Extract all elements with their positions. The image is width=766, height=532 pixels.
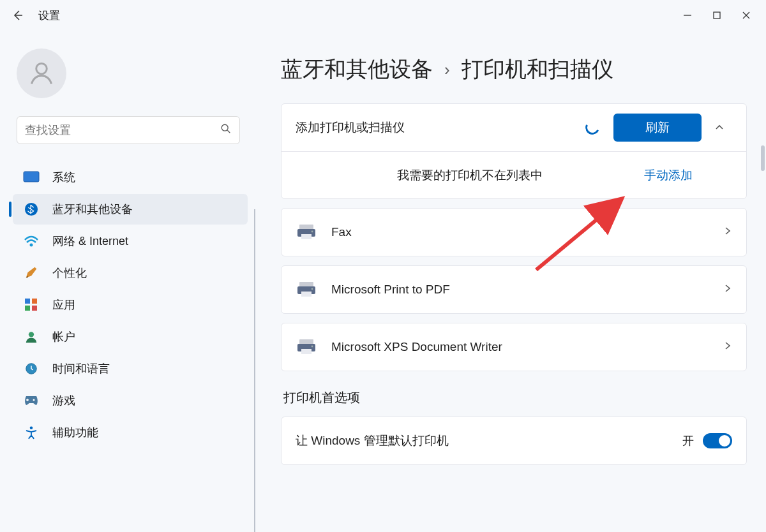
- sidebar-nav: 系统 蓝牙和其他设备 网络 & Internet 个性化 应用 帐户: [13, 162, 248, 448]
- sidebar-item-network[interactable]: 网络 & Internet: [13, 226, 248, 256]
- svg-rect-14: [32, 306, 37, 311]
- sidebar-item-label: 网络 & Internet: [52, 233, 128, 249]
- sidebar-item-time[interactable]: 时间和语言: [13, 353, 248, 384]
- svg-point-15: [29, 332, 34, 337]
- manual-add-link[interactable]: 手动添加: [644, 167, 693, 184]
- svg-point-4: [36, 63, 47, 74]
- add-printer-row[interactable]: 添加打印机或扫描仪 刷新: [282, 104, 746, 151]
- sidebar-item-gaming[interactable]: 游戏: [13, 385, 248, 416]
- svg-point-19: [30, 426, 33, 429]
- app-title: 设置: [38, 8, 60, 23]
- chevron-right-icon: [723, 341, 732, 353]
- chevron-right-icon: [723, 226, 732, 238]
- svg-rect-13: [25, 306, 30, 311]
- maximize-icon: [712, 11, 721, 20]
- device-card-xps-writer[interactable]: Microsoft XPS Document Writer: [281, 323, 747, 371]
- sidebar-item-label: 蓝牙和其他设备: [52, 202, 133, 217]
- device-name: Microsoft Print to PDF: [331, 283, 723, 297]
- printer-icon: [296, 281, 317, 299]
- device-card-fax[interactable]: Fax: [281, 208, 747, 256]
- sidebar: 系统 蓝牙和其他设备 网络 & Internet 个性化 应用 帐户: [0, 31, 255, 532]
- bluetooth-icon: [22, 200, 41, 219]
- sidebar-item-label: 辅助功能: [52, 425, 98, 440]
- breadcrumb-parent[interactable]: 蓝牙和其他设备: [281, 55, 433, 84]
- svg-rect-22: [301, 234, 312, 239]
- arrow-left-icon: [11, 9, 24, 22]
- add-printer-label: 添加打印机或扫描仪: [296, 119, 585, 136]
- search-input-container[interactable]: [17, 116, 240, 144]
- sidebar-item-system[interactable]: 系统: [13, 162, 248, 193]
- network-icon: [22, 232, 41, 251]
- sidebar-item-account[interactable]: 帐户: [13, 321, 248, 352]
- svg-rect-12: [32, 299, 37, 304]
- window-close-button[interactable]: [732, 3, 761, 28]
- accessibility-icon: [22, 423, 41, 442]
- svg-rect-30: [301, 349, 312, 354]
- close-icon: [742, 11, 751, 20]
- svg-rect-26: [301, 292, 312, 297]
- chevron-right-icon: ›: [444, 60, 450, 80]
- search-icon: [220, 123, 232, 137]
- minimize-icon: [683, 11, 692, 20]
- sidebar-item-label: 游戏: [52, 393, 75, 408]
- svg-rect-24: [299, 282, 313, 287]
- sidebar-item-personalize[interactable]: 个性化: [13, 258, 248, 288]
- sidebar-item-label: 时间和语言: [52, 361, 110, 376]
- chevron-up-icon[interactable]: [707, 122, 732, 133]
- svg-point-5: [222, 124, 228, 131]
- svg-point-18: [33, 399, 35, 401]
- sidebar-item-label: 应用: [52, 297, 75, 313]
- scrollbar[interactable]: [761, 145, 765, 171]
- svg-rect-11: [25, 299, 30, 304]
- sidebar-item-bluetooth[interactable]: 蓝牙和其他设备: [13, 194, 248, 225]
- add-printer-card: 添加打印机或扫描仪 刷新 我需要的打印机不在列表中 手动添加: [281, 103, 747, 199]
- not-listed-row: 我需要的打印机不在列表中 手动添加: [282, 151, 746, 198]
- sidebar-item-label: 帐户: [52, 329, 75, 344]
- system-icon: [22, 168, 41, 187]
- back-button[interactable]: [5, 3, 31, 28]
- svg-rect-28: [299, 339, 313, 344]
- search-input[interactable]: [25, 124, 220, 137]
- svg-point-31: [312, 346, 313, 348]
- default-printer-label: 让 Windows 管理默认打印机: [296, 432, 682, 449]
- sidebar-item-accessibility[interactable]: 辅助功能: [13, 417, 248, 448]
- toggle-state-text: 开: [682, 433, 694, 448]
- sidebar-item-label: 个性化: [52, 265, 87, 281]
- user-icon: [27, 59, 56, 87]
- svg-rect-1: [714, 12, 720, 18]
- breadcrumb: 蓝牙和其他设备 › 打印机和扫描仪: [281, 55, 747, 84]
- avatar[interactable]: [17, 48, 66, 98]
- svg-point-10: [30, 244, 33, 247]
- svg-point-27: [312, 288, 313, 290]
- svg-rect-20: [299, 225, 313, 230]
- default-printer-toggle[interactable]: [703, 433, 732, 448]
- sidebar-item-label: 系统: [52, 170, 75, 185]
- svg-point-23: [312, 231, 313, 233]
- default-printer-row[interactable]: 让 Windows 管理默认打印机 开: [282, 417, 746, 464]
- sidebar-item-apps[interactable]: 应用: [13, 290, 248, 320]
- device-name: Microsoft XPS Document Writer: [331, 340, 723, 354]
- default-printer-card: 让 Windows 管理默认打印机 开: [281, 417, 747, 465]
- account-icon: [22, 327, 41, 346]
- not-listed-label: 我需要的打印机不在列表中: [296, 167, 644, 184]
- printer-icon: [296, 223, 317, 241]
- window-maximize-button[interactable]: [702, 3, 732, 28]
- main-content: 蓝牙和其他设备 › 打印机和扫描仪 添加打印机或扫描仪 刷新 我需要的打印机不在…: [255, 31, 766, 532]
- gaming-icon: [22, 391, 41, 410]
- svg-rect-7: [24, 172, 39, 182]
- spinner-icon: [583, 119, 601, 137]
- time-icon: [22, 359, 41, 378]
- personalize-icon: [22, 263, 41, 283]
- breadcrumb-current: 打印机和扫描仪: [462, 55, 613, 84]
- chevron-right-icon: [723, 284, 732, 295]
- device-name: Fax: [331, 225, 723, 239]
- refresh-button[interactable]: 刷新: [613, 114, 702, 142]
- device-card-print-to-pdf[interactable]: Microsoft Print to PDF: [281, 265, 747, 314]
- svg-line-6: [227, 130, 230, 133]
- window-minimize-button[interactable]: [673, 3, 702, 28]
- prefs-section-title: 打印机首选项: [283, 389, 747, 406]
- printer-icon: [296, 338, 317, 356]
- apps-icon: [22, 295, 41, 314]
